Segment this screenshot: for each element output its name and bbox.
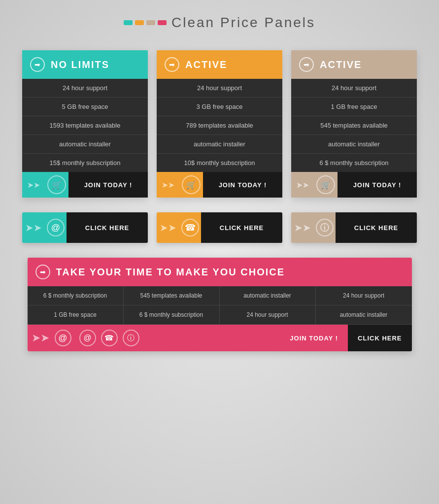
wide-panel-row1: 6 $ monthly subscription 545 templates a…: [28, 286, 412, 305]
cart-icon-tan: 🛒: [316, 175, 335, 194]
cta-arrows-tan: ➤➤: [291, 222, 314, 234]
wide-join-button[interactable]: JOIN TODAY !: [280, 325, 348, 351]
panel-teal-body: 24 hour support 5 GB free space 1593 tem…: [22, 79, 148, 172]
wide-cell-r1-1: 545 templates available: [124, 286, 220, 305]
panel-tan-feature-2: 545 templates available: [291, 116, 417, 135]
panel-tan-footer: ➤➤ 🛒 JOIN TODAY !: [291, 172, 417, 198]
join-button-orange[interactable]: JOIN TODAY !: [203, 172, 282, 198]
cta-card-orange: ➤➤ ☎ CLICK HERE: [157, 212, 282, 243]
panel-teal-footer: ➤➤ 🛒 JOIN TODAY !: [22, 172, 148, 198]
panel-orange-footer: ➤➤ 🛒 JOIN TODAY !: [157, 172, 282, 198]
arrow-icon-wide: ➡: [35, 265, 50, 279]
panel-orange-header: ➡ ACTIVE: [157, 50, 282, 79]
wide-footer-arrows: ➤➤: [28, 332, 53, 344]
wide-cell-r2-0: 1 GB free space: [28, 305, 124, 324]
panel-orange-feature-3: automatic installer: [157, 135, 282, 154]
cta-card-teal: ➤➤ @ CLICK HERE: [22, 212, 148, 243]
wide-click-button[interactable]: CLICK HERE: [348, 325, 411, 351]
arrow-icon-tan: ➡: [299, 57, 314, 72]
panel-orange-body: 24 hour support 3 GB free space 789 temp…: [157, 79, 282, 172]
arrow-icon-orange: ➡: [165, 57, 179, 72]
arrow-icon-teal: ➡: [30, 57, 45, 72]
wide-panel: ➡ TAKE YOUR TIME TO MAKE YOU CHOICE 6 $ …: [28, 258, 412, 351]
panel-orange-feature-0: 24 hour support: [157, 79, 282, 98]
color-swatches: [124, 20, 167, 25]
footer-arrows-tan: ➤➤: [291, 180, 314, 190]
cta-cards-row: ➤➤ @ CLICK HERE ➤➤ ☎ CLICK HERE ➤➤ ⓘ CLI…: [22, 212, 417, 243]
panel-teal-feature-4: 15$ monthly subscription: [22, 154, 148, 172]
wide-footer-icons: @ ☎ ⓘ: [73, 330, 280, 346]
panel-teal-feature-2: 1593 templates available: [22, 116, 148, 135]
click-here-button-orange[interactable]: CLICK HERE: [201, 212, 282, 243]
wide-panel-row2: 1 GB free space 6 $ monthly subscription…: [28, 305, 412, 325]
panel-teal: ➡ NO LIMITS 24 hour support 5 GB free sp…: [22, 50, 148, 198]
info-icon-wide: ⓘ: [123, 330, 139, 346]
wide-panel-header: ➡ TAKE YOUR TIME TO MAKE YOU CHOICE: [28, 258, 412, 286]
panel-tan-feature-4: 6 $ monthly subscription: [291, 154, 417, 172]
panel-tan-title: ACTIVE: [320, 59, 362, 70]
panel-teal-feature-1: 5 GB free space: [22, 98, 148, 116]
cta-arrows-orange: ➤➤: [157, 222, 179, 234]
wide-panel-title: TAKE YOUR TIME TO MAKE YOU CHOICE: [56, 267, 285, 278]
wide-panel-body: 6 $ monthly subscription 545 templates a…: [28, 286, 412, 325]
cta-arrows-teal: ➤➤: [22, 222, 45, 234]
wide-cell-r1-2: automatic installer: [220, 286, 316, 305]
panel-tan-feature-3: automatic installer: [291, 135, 417, 154]
at-icon-teal: @: [47, 219, 65, 236]
panel-tan-feature-1: 1 GB free space: [291, 98, 417, 116]
at-icon-wide: @: [55, 330, 71, 346]
at-icon-wide-2: @: [79, 330, 96, 346]
page-header: Clean Price Panels: [124, 15, 315, 31]
swatch-teal: [124, 20, 133, 25]
click-here-button-tan[interactable]: CLICK HERE: [336, 212, 417, 243]
phone-icon-wide: ☎: [101, 330, 118, 346]
panel-orange-title: ACTIVE: [185, 59, 227, 70]
wide-cell-r1-3: 24 hour support: [316, 286, 412, 305]
panel-orange: ➡ ACTIVE 24 hour support 3 GB free space…: [157, 50, 282, 198]
panel-orange-feature-2: 789 templates available: [157, 116, 282, 135]
panel-teal-feature-0: 24 hour support: [22, 79, 148, 98]
swatch-pink: [158, 20, 167, 25]
wide-panel-footer: ➤➤ @ @ ☎ ⓘ JOIN TODAY ! CLICK HERE: [28, 325, 412, 351]
footer-arrows-orange: ➤➤: [157, 180, 179, 190]
wide-cell-r2-3: automatic installer: [316, 305, 412, 324]
wide-cell-r2-2: 24 hour support: [220, 305, 316, 324]
page-title: Clean Price Panels: [171, 15, 315, 31]
join-button-teal[interactable]: JOIN TODAY !: [68, 172, 148, 198]
phone-icon-orange: ☎: [181, 219, 199, 236]
footer-arrows-teal: ➤➤: [22, 180, 45, 190]
click-here-button-teal[interactable]: CLICK HERE: [67, 212, 148, 243]
wide-cell-r2-1: 6 $ monthly subscription: [124, 305, 220, 324]
panel-tan-feature-0: 24 hour support: [291, 79, 417, 98]
panel-teal-header: ➡ NO LIMITS: [22, 50, 148, 79]
cart-icon-teal: 🛒: [47, 175, 66, 194]
cta-card-tan: ➤➤ ⓘ CLICK HERE: [291, 212, 417, 243]
panel-teal-title: NO LIMITS: [51, 59, 109, 70]
panel-tan-body: 24 hour support 1 GB free space 545 temp…: [291, 79, 417, 172]
panel-teal-feature-3: automatic installer: [22, 135, 148, 154]
wide-cell-r1-0: 6 $ monthly subscription: [28, 286, 124, 305]
panel-orange-feature-4: 10$ monthly subscription: [157, 154, 282, 172]
panel-orange-feature-1: 3 GB free space: [157, 98, 282, 116]
info-icon-tan: ⓘ: [316, 219, 334, 236]
swatch-orange: [135, 20, 144, 25]
join-button-tan[interactable]: JOIN TODAY !: [338, 172, 417, 198]
cart-icon-orange: 🛒: [182, 175, 201, 194]
price-panels-row: ➡ NO LIMITS 24 hour support 5 GB free sp…: [22, 50, 417, 198]
swatch-tan: [146, 20, 155, 25]
panel-tan-header: ➡ ACTIVE: [291, 50, 417, 79]
panel-tan: ➡ ACTIVE 24 hour support 1 GB free space…: [291, 50, 417, 198]
